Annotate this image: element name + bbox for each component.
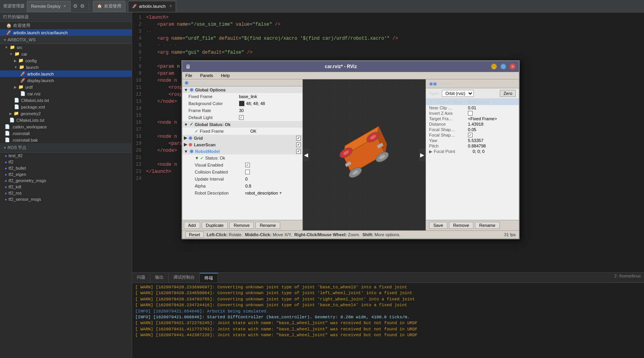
sidebar-item-car[interactable]: ▼ 📁 car xyxy=(0,51,132,57)
displays-close-btn[interactable]: ✕ xyxy=(297,80,300,85)
terminal-content[interactable]: [ WARN] [1620979420.233699697]: Converti… xyxy=(132,283,644,358)
rviz-nav-left-btn[interactable]: ◀ xyxy=(303,149,309,161)
rviz-reset-btn[interactable]: Reset xyxy=(185,232,204,238)
sidebar-item-tf2-eigen[interactable]: ● tf2_eigen xyxy=(0,171,132,177)
rviz-close-btn[interactable]: × xyxy=(510,63,516,70)
sidebar-item-launch[interactable]: ▼ 📁 launch xyxy=(0,64,132,70)
sidebar-item-package-xml[interactable]: 📄 package.xml xyxy=(0,104,132,110)
focal-point-value[interactable]: 0; 0; 0 xyxy=(473,149,485,154)
topbar: 资源管理器 Remote Deploy ▼ ⚙ ⚙ 🏠 欢迎使用 🚀 arbot… xyxy=(0,0,644,12)
sidebar-item-tf2-kdl[interactable]: ● tf2_kdl xyxy=(0,184,132,190)
grid-label: Grid xyxy=(194,136,203,140)
sidebar-item-tf2-bullet[interactable]: ● tf2_bullet xyxy=(0,165,132,171)
laser-scan-header[interactable]: ▶ ◉ LaserScan xyxy=(182,141,302,148)
sidebar-item-arbotix[interactable]: 🚀 arbotix.launch src/car/launch xyxy=(0,29,132,36)
sidebar-item-cmake[interactable]: 📄 CMakeLists.txt xyxy=(0,97,132,104)
sidebar-item-arbotix-launch[interactable]: 🚀 arbotix.launch xyxy=(0,70,132,77)
focal-shape1-value[interactable]: 0.05 xyxy=(468,127,476,132)
remote-deploy-tab[interactable]: Remote Deploy ▼ xyxy=(27,1,71,12)
rename-display-btn[interactable]: Rename xyxy=(255,222,280,229)
arbotix-ws-header[interactable]: ▼ ARBOTIX_WS xyxy=(0,36,132,44)
views-title: Views xyxy=(439,81,451,86)
rviz-menu-help[interactable]: Help xyxy=(219,73,231,78)
views-close-btn[interactable]: ✕ xyxy=(512,81,516,86)
rviz-viewport[interactable]: ◀ ▶ xyxy=(303,79,426,230)
frame-rate-value[interactable]: 30 xyxy=(239,108,244,113)
duplicate-display-btn[interactable]: Duplicate xyxy=(202,222,228,229)
global-status-header[interactable]: ▼ ✓ Global Status: Ok xyxy=(182,121,302,128)
near-clip-value[interactable]: 0.01 xyxy=(468,105,476,110)
global-options-header[interactable]: ▼ ◉ Global Options xyxy=(182,86,302,93)
rviz-menu-file[interactable]: File xyxy=(184,73,194,78)
orbit-label: Orbit (rviz) xyxy=(468,100,489,104)
collision-enabled-checkbox[interactable] xyxy=(245,170,250,174)
sidebar: 打开的编辑器 🏠 欢迎使用 🚀 arbotix.launch src/car/l… xyxy=(0,12,132,358)
robot-description-value[interactable]: robot_description xyxy=(245,191,278,195)
sidebar-item-tf2-sensor-msgs[interactable]: ● tf2_sensor_msgs xyxy=(0,196,132,202)
sidebar-item-test-tf2[interactable]: ● test_tf2 xyxy=(0,153,132,159)
tab-terminal[interactable]: 终端 xyxy=(200,273,218,283)
gear-icon-2[interactable]: ⚙ xyxy=(80,3,85,9)
distance-value[interactable]: 1.43918 xyxy=(468,122,483,126)
sidebar-item-src[interactable]: ▼ 📁 src xyxy=(0,44,132,51)
save-view-btn[interactable]: Save xyxy=(429,222,447,229)
invert-z-checkbox[interactable] xyxy=(468,111,473,116)
rviz-titlebar: 🖥 car.rviz* - RViz _ □ × xyxy=(182,61,519,72)
grid-checkbox[interactable] xyxy=(296,136,301,140)
alpha-value[interactable]: 0.8 xyxy=(245,184,251,188)
gear-icon-1[interactable]: ⚙ xyxy=(73,3,78,9)
bg-color-swatch[interactable] xyxy=(239,101,244,106)
tf2-sensor-msgs-label: tf2_sensor_msgs xyxy=(9,197,41,202)
update-interval-value[interactable]: 0 xyxy=(245,177,248,181)
fixed-frame-value[interactable]: base_link xyxy=(239,94,257,99)
rviz-menu-panels[interactable]: Panels xyxy=(199,73,215,78)
tab-problems[interactable]: 问题 xyxy=(132,273,150,283)
rviz-title: car.rviz* - RViz xyxy=(194,64,488,69)
yaw-value[interactable]: 5.53357 xyxy=(468,138,483,143)
sidebar-item-welcome[interactable]: 🏠 欢迎使用 xyxy=(0,22,132,29)
tab-output[interactable]: 输出 xyxy=(150,273,169,283)
invert-z-row: Invert Z Axis xyxy=(426,111,519,116)
sidebar-item-cmake2[interactable]: 📄 CMakeLists.txt xyxy=(0,117,132,123)
rviz-maximize-btn[interactable]: □ xyxy=(500,63,506,70)
rviz-nav-right-btn[interactable]: ▶ xyxy=(419,149,426,161)
robot-model-header[interactable]: ▼ ◉ RobotModel xyxy=(182,148,302,154)
sidebar-item-display-launch[interactable]: 🚀 display.launch xyxy=(0,77,132,84)
status-ok-check: ▼ ✓ xyxy=(195,156,204,161)
sidebar-item-car-rviz[interactable]: 📄 car.rviz xyxy=(0,90,132,97)
views-zero-btn[interactable]: Zero xyxy=(500,90,516,97)
sidebar-item-tf2[interactable]: ● tf2 xyxy=(0,159,132,165)
open-editors-header[interactable]: 打开的编辑器 xyxy=(0,12,132,22)
robot-model-checkbox[interactable] xyxy=(296,149,301,154)
visual-enabled-checkbox[interactable] xyxy=(245,163,250,167)
rviz-status-bar: Reset Left-Click: Rotate. Middle-Click: … xyxy=(182,230,519,239)
arbotix-tab[interactable]: 🚀 arbotix.launch × xyxy=(128,1,176,12)
sidebar-item-rosinstall-bak[interactable]: 📄 .rosinstall.bak xyxy=(0,137,132,143)
deploy-tab-dropdown-icon[interactable]: ▼ xyxy=(63,4,66,8)
target-frame-value[interactable]: <Fixed Frame> xyxy=(468,116,497,121)
sidebar-item-catkin-ws[interactable]: 📄 .catkin_workspace xyxy=(0,123,132,130)
remove-display-btn[interactable]: Remove xyxy=(229,222,254,229)
pitch-value[interactable]: 0.884798 xyxy=(468,144,486,148)
welcome-tab[interactable]: 🏠 欢迎使用 xyxy=(93,1,126,12)
add-display-btn[interactable]: Add xyxy=(184,222,200,229)
grid-header[interactable]: ▶ ◉ Grid xyxy=(182,135,302,141)
robot-description-dropdown[interactable]: ▼ xyxy=(279,191,282,195)
sidebar-item-geometry2[interactable]: ▶ 📁 geometry2 xyxy=(0,110,132,117)
default-light-checkbox[interactable] xyxy=(239,115,244,120)
remove-view-btn[interactable]: Remove xyxy=(449,222,473,229)
focal-shape2-checkbox[interactable] xyxy=(468,133,473,137)
resource-manager-label: 资源管理器 xyxy=(3,3,24,9)
sidebar-item-rosinstall[interactable]: 📄 .rosinstall xyxy=(0,130,132,137)
laser-scan-checkbox[interactable] xyxy=(296,142,301,147)
rename-view-btn[interactable]: Rename xyxy=(475,222,500,229)
sidebar-item-config[interactable]: ▶ 📁 config xyxy=(0,57,132,64)
rviz-minimize-btn[interactable]: _ xyxy=(491,63,497,70)
sidebar-item-tf2-ros[interactable]: ● tf2_ros xyxy=(0,190,132,196)
views-type-select[interactable]: Orbit (rviz) xyxy=(442,90,474,97)
arbotix-tab-close[interactable]: × xyxy=(169,4,172,8)
tab-debug-console[interactable]: 调试控制台 xyxy=(169,273,200,283)
sidebar-item-tf2-geometry-msgs[interactable]: ● tf2_geometry_msgs xyxy=(0,177,132,184)
sidebar-item-urdf[interactable]: ▶ 📁 urdf xyxy=(0,84,132,90)
ros-nodes-header[interactable]: ▼ ROS 节点 xyxy=(0,143,132,153)
